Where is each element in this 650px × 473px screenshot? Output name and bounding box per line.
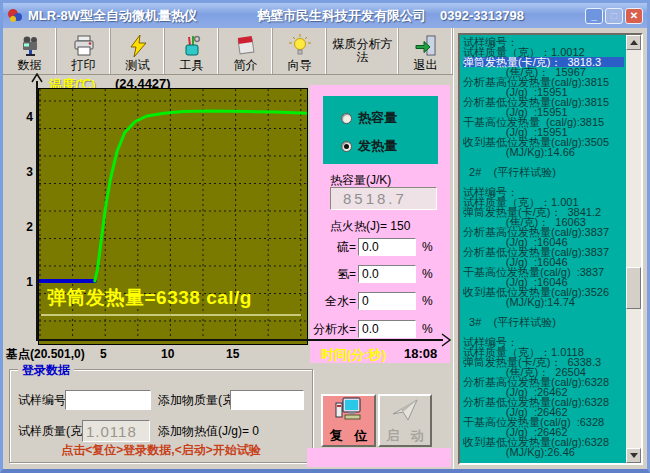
start-button[interactable]: 启 动 [378,394,432,447]
percent-unit: % [422,292,433,310]
ignition-heat-label: 点火热(J)= 150 [330,218,410,235]
toolbar-label: 向导 [288,59,312,72]
total-moisture-label: 全水= [310,292,356,310]
app-icon [7,8,23,24]
toolbar-label: 退出 [414,59,438,72]
toolbar-button-tools[interactable]: 工具 [165,28,219,74]
results-listbox[interactable]: 试样编号：试样质量（克）：1.0012弹筒发热量(卡/克)： 3818.3 (焦… [458,33,643,465]
report-line[interactable]: 3# (平行样试验) [463,317,624,327]
x-tick-label: 10 [161,347,174,361]
analysis-moisture-input[interactable] [358,320,416,338]
control-panel: 热容量 发热量 热容量(J/K) 8518.7 点火热(J)= 150 硫= %… [310,85,450,363]
maximize-button[interactable]: □ [605,8,623,24]
paper-plane-icon [389,396,421,426]
percent-unit: % [422,265,433,283]
toolbar-label: 打印 [72,59,96,72]
camera-icon [18,33,42,59]
sulfur-input[interactable] [358,238,416,256]
x-tick-label: 5 [100,347,107,361]
report-line[interactable]: 2# (平行样试验) [463,167,624,177]
toolbar-label: 煤质分析方法 [333,38,393,64]
toolbar: 数据 打印 测试 工具 [3,28,453,75]
heat-capacity-value: 8518.7 [330,187,437,210]
toolbar-label: 测试 [126,59,150,72]
analysis-moisture-label: 分析水= [310,320,356,338]
scroll-up-button[interactable] [626,35,641,50]
chart-region: 温度(℃) (24.4427) 弹筒发热量=6338 cal/g 4 3 2 1… [3,75,453,362]
elapsed-time-value: 18:08 [404,346,437,361]
bottom-area: 登录数据 试样编号 添加物质量(克) 试样质量(克) 添加物热值(J/g)= 0… [3,362,453,470]
report-line[interactable]: (MJ/Kg):26.46 [463,447,624,457]
sulfur-label: 硫= [310,238,356,256]
minimize-button[interactable]: _ [585,8,603,24]
printer-icon [72,33,96,59]
toolbar-button-print[interactable]: 打印 [57,28,111,74]
additive-mass-label: 添加物质量(克) [158,390,238,410]
report-line[interactable]: (MJ/Kg):14.66 [463,147,624,157]
report-line[interactable]: (MJ/Kg):14.74 [463,297,624,307]
x-axis-arrow-icon [440,332,452,348]
mode-selector-box: 热容量 发热量 [323,96,438,164]
arrow-up-icon [630,40,638,45]
additive-mass-input[interactable] [230,390,304,410]
x-axis-line [36,339,443,341]
operation-hint: 点击<复位>登录数据,<启动>开始试验 [10,442,312,459]
scrollbar[interactable] [626,35,641,463]
toolbar-button-exit[interactable]: 退出 [399,28,453,74]
window-title: MLR-8W型全自动微机量热仪 [28,7,197,25]
time-axis-label: 时间(分:秒) [321,346,386,364]
report-lines: 试样编号：试样质量（克）：1.0012弹筒发热量(卡/克)： 3818.3 (焦… [463,37,624,463]
toolbar-label: 工具 [180,59,204,72]
toolbar-button-intro[interactable]: 简介 [219,28,273,74]
app-window: MLR-8W型全自动微机量热仪 鹤壁市民生科技开发有限公司 0392-33137… [0,0,650,473]
series-temperature-rise [95,111,307,281]
y-tick-label: 1 [17,275,33,289]
percent-unit: % [422,320,433,338]
additive-heat-label: 添加物热值(J/g)= 0 [158,421,259,441]
y-tick-label: 2 [17,220,33,234]
radio-selected-icon[interactable] [341,141,352,152]
status-strip [307,448,451,467]
reset-button-label: 复 位 [326,427,372,445]
toolbar-button-data[interactable]: 数据 [3,28,57,74]
sample-id-input[interactable] [65,390,151,410]
scroll-down-button[interactable] [626,448,641,463]
toolbar-button-coal-analysis[interactable]: 煤质分析方法 [327,28,399,74]
reset-button[interactable]: 复 位 [321,394,376,447]
close-button[interactable]: ✕ [625,8,643,24]
mode-option-heat-capacity[interactable]: 热容量 [341,109,397,127]
toolbar-label: 简介 [234,59,258,72]
mode-option-label: 发热量 [358,137,397,155]
lightning-icon [126,33,150,59]
company-name: 鹤壁市民生科技开发有限公司 [257,7,426,25]
sample-id-label: 试样编号 [18,390,66,410]
title-bar: MLR-8W型全自动微机量热仪 鹤壁市民生科技开发有限公司 0392-33137… [3,3,647,28]
radio-unselected-icon[interactable] [341,113,352,124]
y-tick-label: 4 [17,110,33,124]
scrollbar-thumb[interactable] [626,267,641,309]
sample-mass-input[interactable] [82,420,150,442]
heat-result-annotation: 弹筒发热量=6338 cal/g [47,285,252,311]
login-group-title: 登录数据 [18,362,74,379]
arrow-down-icon [630,453,638,458]
x-tick-label: 15 [226,347,239,361]
hydrogen-input[interactable] [358,265,416,283]
toolbar-button-test[interactable]: 测试 [111,28,165,74]
total-moisture-input[interactable] [358,292,416,310]
y-tick-label: 3 [17,165,33,179]
login-data-group: 登录数据 试样编号 添加物质量(克) 试样质量(克) 添加物热值(J/g)= 0… [9,369,313,463]
toolbar-button-wizard[interactable]: 向导 [273,28,327,74]
start-button-label: 启 动 [382,427,428,445]
toolbar-label: 数据 [18,59,42,72]
bulb-icon [288,33,312,59]
report-panel: 试样编号：试样质量（克）：1.0012弹筒发热量(卡/克)： 3818.3 (焦… [453,28,647,471]
temperature-plot: 弹筒发热量=6338 cal/g [38,88,308,345]
book-icon [234,33,258,59]
mode-option-label: 热容量 [358,109,397,127]
tools-icon [180,33,204,59]
sample-mass-label: 试样质量(克) [18,421,86,441]
percent-unit: % [422,238,433,256]
hydrogen-label: 氢= [310,265,356,283]
mode-option-calorific-value[interactable]: 发热量 [341,137,397,155]
computer-icon [333,396,365,426]
